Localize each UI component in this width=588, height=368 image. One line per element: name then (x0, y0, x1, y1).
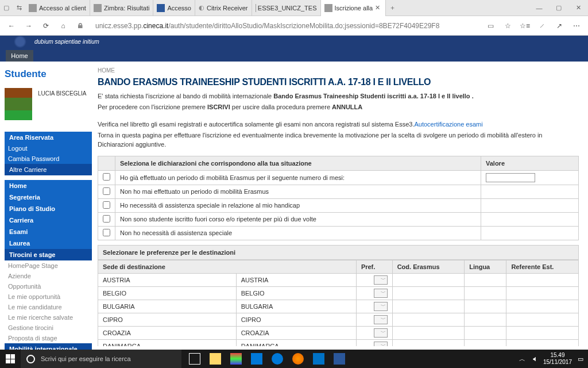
new-tab-button[interactable]: ＋ (386, 0, 399, 16)
decl-checkbox[interactable] (103, 201, 110, 209)
avatar (5, 88, 32, 120)
chevron-down-icon: ﹀ (381, 329, 386, 336)
dest-name-b: CIPRO (236, 313, 356, 326)
start-button[interactable] (0, 350, 21, 368)
section-esami[interactable]: Esami (5, 226, 92, 237)
reading-icon[interactable]: ⇆ (13, 0, 25, 16)
word-icon[interactable] (330, 350, 349, 367)
tray-chevron-icon[interactable]: ︿ (519, 355, 525, 363)
section-tirocini[interactable]: Tirocini e stage (5, 249, 92, 260)
address-bar[interactable]: unicz.esse3.pp.cineca.it/auth/studente/d… (91, 22, 480, 30)
dest-name-a: BULGARIA (98, 300, 237, 313)
forward-button[interactable]: → (22, 19, 36, 33)
pref-select[interactable]: ﹀ (374, 275, 388, 285)
tab-5[interactable]: ESSE3_UNICZ_TES (252, 0, 321, 16)
tab-1[interactable]: Accesso al client (25, 0, 90, 16)
outlook-icon[interactable] (309, 350, 328, 367)
cortana-icon (26, 355, 35, 363)
pref-select[interactable]: ﹀ (374, 342, 388, 346)
page-icon (157, 4, 165, 12)
tab-6[interactable]: Iscrizione alla ✕ (321, 0, 386, 16)
clock[interactable]: 15.49 15/11/2017 (543, 352, 572, 366)
logout-link[interactable]: Logout (5, 143, 92, 154)
main-content: HOME BANDO ERASMUS TRAINEESHIP STUDENTI … (92, 62, 588, 346)
dest-name-a: AUSTRIA (98, 273, 237, 286)
pref-select[interactable]: ﹀ (374, 302, 388, 311)
share-icon[interactable]: ↗ (552, 19, 566, 33)
close-icon[interactable]: ✕ (375, 4, 382, 12)
taskbar: Scrivi qui per eseguire la ricerca ︿ 🔈︎ … (0, 350, 588, 368)
windows-icon (6, 354, 15, 363)
link-proposta-stage[interactable]: Proposta di stage (5, 333, 92, 343)
decl-checkbox[interactable] (103, 215, 110, 223)
section-home[interactable]: Home (5, 180, 92, 191)
tab-2[interactable]: Zimbra: Risultati (90, 0, 153, 16)
cambia-password-link[interactable]: Cambia Password (5, 154, 92, 164)
favorite-icon[interactable]: ☆ (501, 19, 514, 33)
minimize-button[interactable]: — (529, 0, 549, 16)
page-icon (29, 4, 37, 12)
decl-checkbox[interactable] (103, 173, 110, 181)
section-laurea[interactable]: Laurea (5, 237, 92, 249)
link-gestione-tirocini[interactable]: Gestione tirocini (5, 323, 92, 333)
col-referente: Referente Est. (506, 260, 579, 273)
close-window-button[interactable]: ✕ (568, 0, 588, 16)
chevron-down-icon: ﹀ (381, 316, 386, 323)
reading-view-icon[interactable]: ▭ (483, 19, 497, 33)
edge-icon[interactable] (268, 350, 287, 367)
mesi-input[interactable] (486, 173, 535, 182)
hub-icon[interactable]: ⟋ (535, 19, 549, 33)
maximize-button[interactable]: ▢ (549, 0, 568, 16)
tab-4[interactable]: ◐Citrix Receiver (195, 0, 252, 16)
task-view-button[interactable] (185, 350, 204, 367)
section-piano[interactable]: Piano di Studio (5, 203, 92, 214)
decl-checkbox[interactable] (103, 229, 110, 236)
file-explorer-icon[interactable] (206, 350, 225, 367)
link-homepage-stage[interactable]: HomePage Stage (5, 260, 92, 271)
tab-3[interactable]: Accesso (153, 0, 195, 16)
date: 15/11/2017 (543, 359, 572, 366)
pref-select[interactable]: ﹀ (374, 289, 388, 298)
home-button[interactable]: ⌂ (56, 19, 70, 33)
col-lingua: Lingua (465, 260, 506, 273)
link-mie-candidature[interactable]: Le mie candidature (5, 302, 92, 312)
volume-icon[interactable]: 🔈︎ (531, 355, 537, 362)
intro-line-2: Per procedere con l'iscrizione premere I… (98, 103, 579, 112)
autocert-link[interactable]: Autocertificazione esami (414, 121, 482, 128)
system-tray: ︿ 🔈︎ 15.49 15/11/2017 ▭ (519, 352, 588, 366)
section-segreteria[interactable]: Segreteria (5, 191, 92, 203)
breadcrumb[interactable]: HOME (98, 67, 579, 74)
dest-row: CROAZIACROAZIA﹀ (98, 326, 579, 339)
sidebar-icon[interactable]: ▢ (0, 0, 13, 16)
store-icon[interactable] (226, 350, 246, 367)
section-carriera[interactable]: Carriera (5, 214, 92, 226)
pref-select[interactable]: ﹀ (374, 328, 388, 338)
decl-checkbox[interactable] (103, 187, 110, 195)
citrix-icon: ◐ (199, 4, 204, 12)
mail-icon[interactable] (247, 350, 266, 367)
pref-select[interactable]: ﹀ (374, 315, 388, 324)
intro-line-1: E' stata richiesta l'iscrizione al bando… (98, 92, 579, 101)
refresh-button[interactable]: ⟳ (39, 19, 53, 33)
home-nav-tab[interactable]: Home (6, 50, 33, 62)
page-icon (324, 4, 332, 12)
intro-2a: Per procedere con l'iscrizione premere (98, 103, 207, 110)
chevron-down-icon: ﹀ (381, 302, 386, 310)
link-aziende[interactable]: Aziende (5, 271, 92, 281)
altre-carriere-link[interactable]: Altre Carriere (5, 164, 92, 175)
spacer (5, 175, 92, 180)
notifications-icon[interactable]: ▭ (578, 355, 583, 363)
firefox-icon[interactable] (288, 350, 308, 367)
link-opportunita[interactable]: Opportunità (5, 281, 92, 292)
favorites-star-icon[interactable]: ☆≡ (518, 19, 532, 33)
taskbar-search[interactable]: Scrivi qui per eseguire la ricerca (21, 350, 181, 368)
link-mie-opportunita[interactable]: Le mie opportunità (5, 292, 92, 302)
dest-name-b: BULGARIA (236, 300, 356, 313)
col-pref: Pref. (356, 260, 392, 273)
intro-2c: per uscire dalla procedura premere (230, 103, 332, 110)
link-ricerche-salvate[interactable]: Le mie ricerche salvate (5, 312, 92, 323)
tab-label: Zimbra: Risultati (104, 5, 149, 12)
more-icon[interactable]: ⋯ (570, 19, 583, 33)
sidebar: Studente LUCIA BISCEGLIA Area Riservata … (0, 62, 92, 346)
back-button[interactable]: ← (5, 19, 18, 33)
